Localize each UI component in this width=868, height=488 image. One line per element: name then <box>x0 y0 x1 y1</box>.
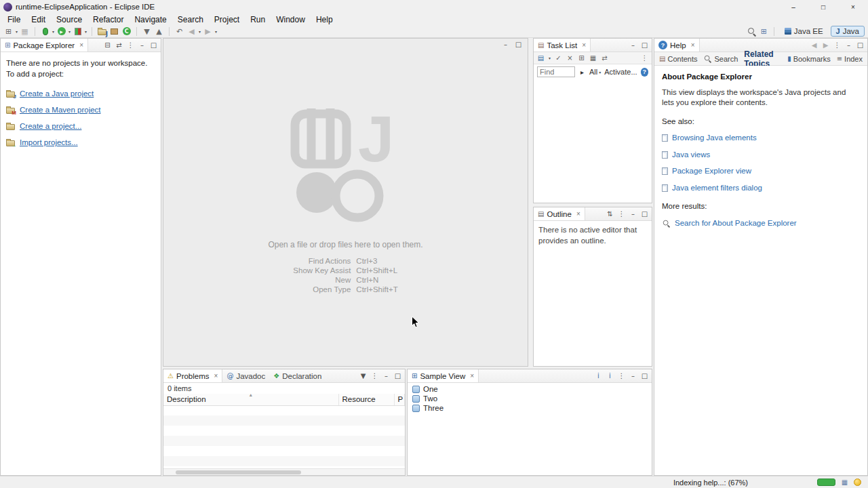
maximize-icon[interactable]: □ <box>856 41 864 49</box>
link-with-editor-icon[interactable]: ⇄ <box>601 54 608 62</box>
maximize-icon[interactable]: □ <box>394 372 401 380</box>
menu-item-source[interactable]: Source <box>51 15 87 24</box>
maximize-icon[interactable]: □ <box>641 41 648 49</box>
view-menu-icon[interactable]: ⋮ <box>127 41 134 49</box>
coverage-icon[interactable] <box>73 26 83 37</box>
view-menu-icon[interactable]: ⋮ <box>618 372 625 380</box>
import-projects-label[interactable]: Import projects... <box>20 137 78 148</box>
create-project-link[interactable]: Create a project... <box>6 121 155 131</box>
help-tab-bookmarks[interactable]: ▮ Bookmarks <box>787 55 831 63</box>
expand-icon[interactable]: ▸ <box>578 68 586 76</box>
categorized-view-icon[interactable]: ⊞ <box>578 54 585 62</box>
search-topic-link[interactable]: Search for About Package Explorer <box>662 218 860 229</box>
link-with-editor-icon[interactable]: ⇄ <box>115 41 123 49</box>
maximize-icon[interactable]: □ <box>641 372 648 380</box>
column-path[interactable]: P <box>394 394 405 405</box>
help-link-label[interactable]: Browsing Java elements <box>672 133 757 144</box>
import-projects-link[interactable]: → Import projects... <box>6 137 155 148</box>
next-annotation-icon[interactable]: ▼ <box>142 26 152 37</box>
window-maximize-icon[interactable]: □ <box>808 0 838 14</box>
tab-outline[interactable]: ▤ Outline × <box>534 207 585 220</box>
minimize-icon[interactable]: – <box>629 210 637 218</box>
open-perspective-icon[interactable]: ⊞ <box>759 26 769 37</box>
minimize-icon[interactable]: – <box>138 41 146 49</box>
new-class-icon[interactable]: C <box>121 26 132 37</box>
tab-javadoc[interactable]: @ Javadoc <box>222 369 269 382</box>
table-row[interactable] <box>163 426 405 436</box>
editor-area[interactable]: – □ J <box>163 38 528 367</box>
create-project-label[interactable]: Create a project... <box>20 121 81 131</box>
search-topic-label[interactable]: Search for About Package Explorer <box>675 218 797 229</box>
help-link-label[interactable]: Package Explorer view <box>672 166 751 177</box>
window-minimize-icon[interactable]: – <box>778 0 808 14</box>
list-item[interactable]: One <box>408 384 652 394</box>
dropdown-icon[interactable]: ▾ <box>85 29 87 34</box>
close-icon[interactable]: × <box>582 41 586 49</box>
question-icon[interactable]: ? <box>641 68 648 77</box>
dropdown-icon[interactable]: ▾ <box>68 29 71 34</box>
table-row[interactable] <box>163 405 405 415</box>
help-tab-search[interactable]: Search <box>703 54 738 63</box>
create-java-project-link[interactable]: J Create a Java project <box>6 88 155 99</box>
scrollbar-thumb[interactable] <box>176 470 301 474</box>
table-row[interactable] <box>163 415 405 426</box>
maximize-icon[interactable]: □ <box>641 210 648 218</box>
menu-item-help[interactable]: Help <box>311 15 338 24</box>
menu-item-run[interactable]: Run <box>245 15 271 24</box>
dropdown-icon[interactable]: ▾ <box>549 56 551 60</box>
list-item[interactable]: Two <box>408 394 652 403</box>
close-icon[interactable]: × <box>470 372 474 380</box>
task-list-body[interactable] <box>534 79 652 203</box>
view-menu-icon[interactable]: ⋮ <box>833 41 841 49</box>
view-menu-icon[interactable]: ⋮ <box>371 372 378 380</box>
new-java-project-icon[interactable]: J <box>97 26 107 37</box>
close-icon[interactable]: × <box>691 41 695 49</box>
back-icon[interactable]: ◀ <box>810 41 818 49</box>
progress-view-icon[interactable]: ▦ <box>841 479 848 486</box>
view-menu-icon[interactable]: ⋮ <box>618 210 625 218</box>
table-row[interactable] <box>163 446 405 456</box>
help-link-item[interactable]: Package Explorer view <box>662 166 860 177</box>
tab-sample-view[interactable]: ⊞ Sample View × <box>408 369 479 382</box>
help-tab-index[interactable]: ≡ Index <box>837 55 863 63</box>
create-maven-project-label[interactable]: Create a Maven project <box>20 104 101 115</box>
search-icon[interactable] <box>747 26 757 37</box>
tab-declaration[interactable]: ❖ Declaration <box>269 369 326 382</box>
new-package-icon[interactable] <box>109 26 119 37</box>
menu-item-search[interactable]: Search <box>172 15 209 24</box>
info-icon[interactable]: i <box>606 372 614 380</box>
menu-item-refactor[interactable]: Refactor <box>87 15 129 24</box>
menu-item-window[interactable]: Window <box>271 15 311 24</box>
tab-help[interactable]: ? Help × <box>654 39 700 52</box>
filter-icon[interactable]: ▼ <box>359 372 367 380</box>
help-tab-contents[interactable]: ▤ Contents <box>659 55 697 63</box>
close-icon[interactable]: × <box>576 210 580 218</box>
new-task-icon[interactable]: ▤ <box>537 54 545 62</box>
table-row[interactable] <box>163 456 405 466</box>
column-resource[interactable]: Resource <box>338 394 394 405</box>
tab-problems[interactable]: ⚠ Problems × <box>163 369 222 382</box>
minimize-icon[interactable]: – <box>845 41 852 49</box>
minimize-icon[interactable]: – <box>382 372 390 380</box>
scope-dropdown[interactable]: All ▾ <box>589 68 601 76</box>
close-icon[interactable]: × <box>214 372 218 380</box>
sort-icon[interactable]: ⇅ <box>606 210 614 218</box>
scheduled-view-icon[interactable]: ▦ <box>589 54 597 62</box>
notification-bell-icon[interactable] <box>854 479 861 486</box>
delete-task-icon[interactable]: × <box>566 54 574 62</box>
table-row[interactable] <box>163 436 405 446</box>
create-java-project-label[interactable]: Create a Java project <box>20 88 94 99</box>
mark-complete-icon[interactable]: ✓ <box>555 54 562 62</box>
tab-task-list[interactable]: ▤ Task List × <box>534 39 591 52</box>
dropdown-icon[interactable]: ▾ <box>52 29 54 34</box>
new-wizard-icon[interactable]: ⊞ <box>3 26 14 37</box>
create-maven-project-link[interactable]: M Create a Maven project <box>6 104 155 115</box>
previous-annotation-icon[interactable]: ▲ <box>154 26 164 37</box>
close-icon[interactable]: × <box>79 41 83 49</box>
run-icon[interactable]: ▶ <box>56 26 66 37</box>
dropdown-icon[interactable]: ▾ <box>199 29 201 34</box>
menu-item-project[interactable]: Project <box>209 15 245 24</box>
tab-package-explorer[interactable]: ⊞ Package Explorer × <box>1 39 88 52</box>
dropdown-icon[interactable]: ▾ <box>16 29 18 34</box>
find-input[interactable] <box>537 66 575 77</box>
